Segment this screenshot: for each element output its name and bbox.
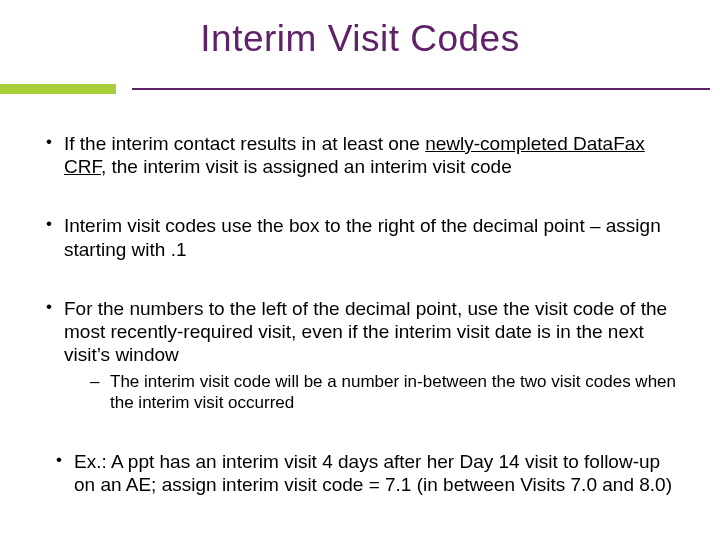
bullet-item: If the interim contact results in at lea…: [44, 132, 676, 178]
divider-row: [0, 84, 720, 94]
bullet-item: Interim visit codes use the box to the r…: [44, 214, 676, 260]
sub-bullet-text: The interim visit code will be a number …: [110, 372, 676, 412]
sub-bullet-item: The interim visit code will be a number …: [64, 372, 676, 413]
bullet-text-pre: If the interim contact results in at lea…: [64, 133, 425, 154]
bullet-item: Ex.: A ppt has an interim visit 4 days a…: [54, 450, 676, 496]
bullet-text: Ex.: A ppt has an interim visit 4 days a…: [74, 451, 672, 495]
accent-block: [0, 84, 116, 94]
sub-list: The interim visit code will be a number …: [64, 372, 676, 413]
slide-title: Interim Visit Codes: [0, 18, 720, 60]
content-area: If the interim contact results in at lea…: [0, 132, 720, 496]
bullet-text: Interim visit codes use the box to the r…: [64, 215, 661, 259]
bullet-list: If the interim contact results in at lea…: [44, 132, 676, 414]
title-area: Interim Visit Codes: [0, 0, 720, 84]
divider-line: [132, 88, 710, 94]
bullet-item: For the numbers to the left of the decim…: [44, 297, 676, 414]
bullet-text: For the numbers to the left of the decim…: [64, 298, 667, 365]
bullet-text-post: , the interim visit is assigned an inter…: [101, 156, 512, 177]
